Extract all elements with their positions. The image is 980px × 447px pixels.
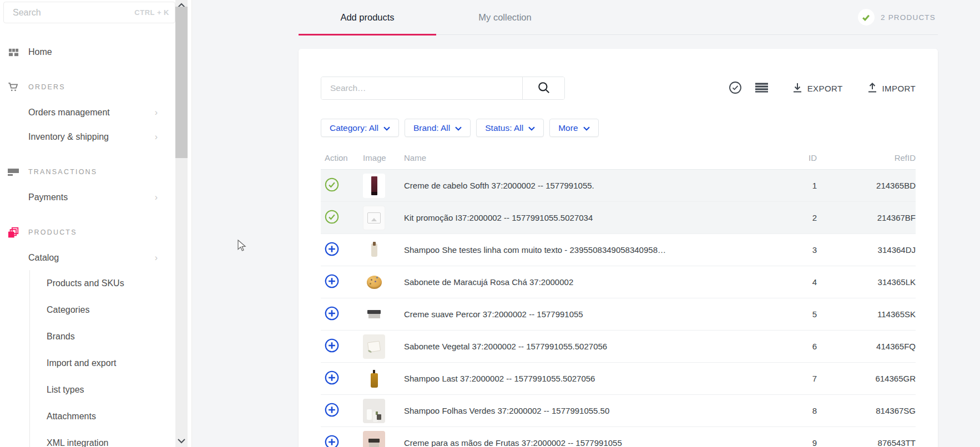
- sidebar-item-categories[interactable]: Categories: [47, 297, 175, 323]
- collection-count-label: 2 PRODUCTS: [881, 13, 936, 22]
- sidebar-item-orders[interactable]: ORDERS: [0, 75, 175, 99]
- product-refid: 814367SG: [817, 406, 916, 415]
- plus-circle-icon: [325, 370, 339, 387]
- sidebar-item-home[interactable]: Home: [0, 40, 175, 64]
- scroll-down-icon[interactable]: [178, 436, 185, 446]
- product-refid: 614365GR: [817, 374, 916, 383]
- add-product-button[interactable]: [325, 403, 339, 419]
- plus-circle-icon: [325, 274, 339, 290]
- product-thumbnail: [363, 206, 385, 230]
- product-thumbnail: [363, 174, 385, 198]
- chevron-down-icon: [455, 123, 462, 133]
- search-button[interactable]: [522, 77, 564, 99]
- plus-circle-icon: [325, 435, 339, 447]
- cart-icon: [8, 82, 19, 93]
- column-header-refid: RefID: [817, 153, 916, 162]
- table-header: Action Image Name ID RefID: [321, 146, 916, 170]
- select-mode-button[interactable]: [729, 81, 742, 96]
- main-area: Add products My collection 2 PRODUCTS: [193, 0, 980, 447]
- sidebar-nav: HomeORDERSOrders management›Inventory & …: [0, 23, 175, 447]
- export-button[interactable]: EXPORT: [793, 83, 843, 94]
- filter-more[interactable]: More: [549, 119, 598, 137]
- sidebar-item-list-types[interactable]: List types: [47, 377, 175, 403]
- add-product-button[interactable]: [325, 306, 339, 322]
- product-name: Creme para as mãos de Frutas 37:2000002 …: [404, 438, 755, 447]
- add-product-button[interactable]: [325, 274, 339, 290]
- import-button[interactable]: IMPORT: [868, 83, 916, 94]
- sidebar-item-orders-management[interactable]: Orders management›: [0, 100, 175, 125]
- tab-label: Add products: [340, 12, 394, 23]
- product-thumbnail: [363, 431, 385, 447]
- product-thumbnail: [363, 334, 385, 359]
- product-refid: 214367BF: [817, 213, 916, 222]
- add-product-button[interactable]: [325, 338, 339, 354]
- filter-label: More: [558, 123, 578, 133]
- sidebar-item-label: Brands: [47, 332, 75, 342]
- product-name: Creme de cabelo Softh 37:2000002 -- 1577…: [404, 181, 755, 190]
- product-id: 7: [755, 374, 817, 383]
- product-name: Kit promoção I37:2000002 -- 1577991055.5…: [404, 213, 755, 222]
- credit-card-icon: [8, 166, 19, 177]
- tab-add-products[interactable]: Add products: [299, 0, 436, 34]
- chevron-right-icon: ›: [155, 192, 158, 202]
- plus-circle-icon: [325, 242, 339, 258]
- column-header-name: Name: [404, 153, 755, 162]
- sidebar-item-label: Products and SKUs: [47, 278, 124, 288]
- filter-category-all[interactable]: Category: All: [321, 119, 399, 137]
- added-indicator-button[interactable]: [325, 177, 339, 194]
- sidebar-item-payments[interactable]: Payments›: [0, 185, 175, 210]
- filter-status-all[interactable]: Status: All: [476, 119, 544, 137]
- column-header-action: Action: [321, 153, 356, 162]
- check-circle-icon: [729, 81, 742, 96]
- product-refid: 314365LK: [817, 277, 916, 287]
- sidebar-item-inventory-shipping[interactable]: Inventory & shipping›: [0, 125, 175, 149]
- download-icon: [793, 83, 802, 94]
- sidebar-item-label: Home: [28, 47, 52, 57]
- sidebar-item-products[interactable]: PRODUCTS: [0, 220, 175, 245]
- product-refid: 314364DJ: [817, 245, 916, 255]
- table-row: Shampoo She testes linha com muito texto…: [321, 234, 916, 266]
- chevron-down-icon: [528, 123, 535, 133]
- product-thumbnail: [363, 399, 385, 423]
- sidebar-item-brands[interactable]: Brands: [47, 323, 175, 350]
- sidebar-search-placeholder: Search: [13, 8, 134, 18]
- product-refid: 214365BD: [817, 181, 916, 190]
- add-product-button[interactable]: [325, 242, 339, 258]
- product-refid: 414365FQ: [817, 342, 916, 351]
- sidebar-scrollbar[interactable]: [175, 0, 188, 447]
- add-product-button[interactable]: [325, 370, 339, 387]
- product-name: Sabonete Vegetal 37:2000002 -- 157799105…: [404, 342, 755, 351]
- product-id: 8: [755, 406, 817, 415]
- sidebar-search[interactable]: Search CTRL + K: [3, 2, 175, 23]
- product-thumbnail: [363, 270, 385, 294]
- sidebar-item-catalog[interactable]: Catalog›: [0, 246, 175, 270]
- sidebar-item-attachments[interactable]: Attachments: [47, 403, 175, 430]
- product-name: Sabonete de Maracujá Rosa Chá 37:2000002: [404, 277, 755, 287]
- added-indicator-button[interactable]: [325, 210, 339, 226]
- list-view-button[interactable]: [755, 83, 768, 94]
- sidebar-item-import-and-export[interactable]: Import and export: [47, 350, 175, 377]
- add-product-button[interactable]: [325, 435, 339, 447]
- sidebar-item-products-and-skus[interactable]: Products and SKUs: [47, 270, 175, 297]
- check-circle-icon: [325, 177, 339, 194]
- sidebar-item-label: ORDERS: [28, 83, 65, 91]
- list-view-icon: [755, 83, 768, 94]
- tab-my-collection[interactable]: My collection: [436, 0, 574, 34]
- sidebar-item-label: Import and export: [47, 358, 116, 368]
- product-name: Shampoo Folhas Verdes 37:2000002 -- 1577…: [404, 406, 755, 415]
- column-header-image: Image: [356, 153, 404, 162]
- products-icon: [8, 227, 19, 238]
- sidebar-item-transactions[interactable]: TRANSACTIONS: [0, 160, 175, 184]
- scrollbar-thumb[interactable]: [175, 7, 188, 158]
- filter-brand-all[interactable]: Brand: All: [405, 119, 471, 137]
- sidebar-item-label: XML integration: [47, 438, 108, 447]
- table-row: Sabonete Vegetal 37:2000002 -- 157799105…: [321, 331, 916, 363]
- product-search-input[interactable]: [321, 77, 522, 99]
- product-id: 1: [755, 181, 817, 190]
- tab-bar: Add products My collection 2 PRODUCTS: [299, 0, 938, 35]
- product-id: 9: [755, 438, 817, 447]
- sidebar-search-shortcut: CTRL + K: [134, 8, 169, 17]
- check-icon: [858, 9, 875, 26]
- sidebar-item-xml-integration[interactable]: XML integration: [47, 430, 175, 447]
- chevron-right-icon: ›: [155, 108, 158, 118]
